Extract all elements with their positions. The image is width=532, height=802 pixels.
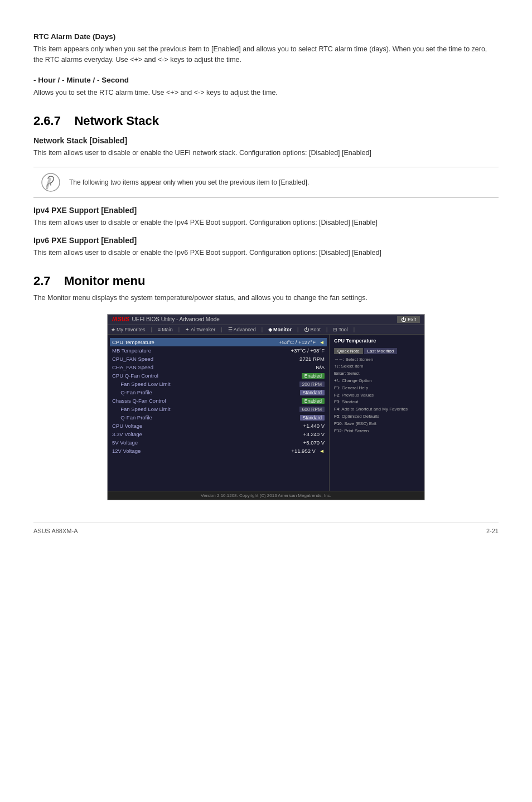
chassis-qfan-value: Enabled bbox=[179, 398, 325, 404]
hour-minute-second-heading: - Hour / - Minute / - Second bbox=[33, 76, 499, 84]
nav-sep-7: | bbox=[354, 327, 355, 332]
nav-ai-tweaker[interactable]: ✦ Ai Tweaker bbox=[185, 327, 215, 332]
enabled-badge: Enabled bbox=[302, 373, 325, 379]
last-modified-button[interactable]: Last Modified bbox=[364, 348, 398, 354]
nav-monitor[interactable]: ◈ Monitor bbox=[268, 327, 292, 332]
nav-sep-2: | bbox=[178, 327, 180, 332]
ipv4-heading: Ipv4 PXE Support [Enabled] bbox=[33, 206, 499, 215]
monitor-chapter-heading: 2.7 Monitor menu bbox=[33, 274, 499, 288]
nav-sep-4: | bbox=[262, 327, 263, 332]
nav-main[interactable]: ≡ Main bbox=[158, 327, 173, 332]
standard-badge-1: Standard bbox=[300, 390, 325, 395]
bios-row-chassis-qfan[interactable]: Chassis Q-Fan Control Enabled bbox=[110, 397, 327, 405]
cpu-fan-value: 2721 RPM bbox=[179, 356, 325, 362]
network-stack-chapter: 2.6.7 Network Stack bbox=[33, 114, 499, 128]
network-stack-section: Network Stack [Disabled] This item allow… bbox=[33, 136, 499, 158]
bios-row-cha-fan[interactable]: CHA_FAN Speed N/A bbox=[110, 363, 327, 371]
nav-advanced[interactable]: ☰ Advanced bbox=[228, 327, 256, 332]
qfan-profile-1-label: Q-Fan Profile bbox=[112, 389, 179, 395]
network-stack-chapter-heading: 2.6.7 Network Stack bbox=[33, 114, 499, 128]
bios-row-cpu-qfan[interactable]: CPU Q-Fan Control Enabled bbox=[110, 371, 327, 380]
bios-hotkeys: →←: Select Screen ↑↓: Select Item Enter:… bbox=[334, 356, 420, 435]
tool-icon: ⊟ bbox=[333, 327, 337, 332]
rpm-badge-2: 600 RPM bbox=[299, 407, 325, 412]
nav-favorites[interactable]: ★ My Favorites bbox=[111, 327, 146, 332]
ipv6-text: This item allows user to disable or enab… bbox=[33, 248, 499, 258]
hotkey-f12: F12: Print Screen bbox=[334, 428, 420, 435]
nav-boot[interactable]: ⏻ Boot bbox=[304, 327, 321, 332]
monitor-icon: ◈ bbox=[268, 327, 272, 332]
bios-row-cpu-temp[interactable]: CPU Temperature +53°C / +127°F ◄ bbox=[110, 338, 327, 346]
cpu-voltage-value: +1.440 V bbox=[179, 423, 325, 429]
cha-fan-value: N/A bbox=[179, 364, 325, 370]
bios-row-fan-low-limit-2[interactable]: Fan Speed Low Limit 600 RPM bbox=[110, 405, 327, 413]
nav-sep-5: | bbox=[297, 327, 298, 332]
fan-low-limit-1-label: Fan Speed Low Limit bbox=[112, 381, 179, 387]
fan-low-limit-1-value: 200 RPM bbox=[179, 381, 325, 387]
qfan-profile-2-value: Standard bbox=[179, 414, 325, 421]
bios-row-5v[interactable]: 5V Voltage +5.070 V bbox=[110, 438, 327, 447]
network-stack-text: This item allows user to disable or enab… bbox=[33, 148, 499, 158]
12v-value: +11.952 V ◄ bbox=[179, 448, 325, 454]
bios-header: /ASUS UEFI BIOS Utility - Advanced Mode … bbox=[108, 315, 424, 325]
enabled-badge-2: Enabled bbox=[302, 398, 325, 404]
arrow-icon-2: ◄ bbox=[320, 448, 325, 454]
note-text: The following two items appear only when… bbox=[69, 177, 309, 187]
12v-label: 12V Voltage bbox=[112, 448, 179, 454]
network-stack-heading: Network Stack [Disabled] bbox=[33, 136, 499, 145]
qfan-profile-2-label: Q-Fan Profile bbox=[112, 414, 179, 421]
bios-screenshot: /ASUS UEFI BIOS Utility - Advanced Mode … bbox=[107, 314, 425, 500]
bios-exit-button[interactable]: ⏻ Exit bbox=[397, 316, 420, 323]
hotkey-plusminus: +/-: Change Option bbox=[334, 378, 420, 385]
list-icon: ≡ bbox=[158, 327, 161, 332]
cpu-qfan-label: CPU Q-Fan Control bbox=[112, 373, 179, 379]
ipv4-section: Ipv4 PXE Support [Enabled] This item all… bbox=[33, 206, 499, 228]
fan-low-limit-2-label: Fan Speed Low Limit bbox=[112, 406, 179, 412]
nav-sep-6: | bbox=[326, 327, 327, 332]
bios-nav: ★ My Favorites | ≡ Main | ✦ Ai Tweaker |… bbox=[108, 325, 424, 335]
hotkey-f5: F5: Optimized Defaults bbox=[334, 413, 420, 421]
cpu-temp-label: CPU Temperature bbox=[112, 339, 179, 345]
star-icon: ★ bbox=[111, 327, 115, 332]
quick-note-bar: Quick Note Last Modified bbox=[334, 348, 420, 354]
bios-left-panel: CPU Temperature +53°C / +127°F ◄ MB Temp… bbox=[108, 335, 330, 491]
quick-note-button[interactable]: Quick Note bbox=[334, 348, 363, 354]
bios-row-33v[interactable]: 3.3V Voltage +3.240 V bbox=[110, 430, 327, 438]
mb-temp-label: MB Temperature bbox=[112, 347, 179, 354]
note-box: The following two items appear only when… bbox=[33, 167, 499, 198]
bios-right-lower: Quick Note Last Modified →←: Select Scre… bbox=[334, 348, 420, 435]
arrow-icon: ◄ bbox=[320, 339, 325, 345]
monitor-intro-text: The Monitor menu displays the system tem… bbox=[33, 293, 499, 303]
hotkey-arrows: →←: Select Screen bbox=[334, 356, 420, 364]
nav-sep-1: | bbox=[151, 327, 152, 332]
chassis-qfan-label: Chassis Q-Fan Control bbox=[112, 398, 179, 404]
hotkey-f4: F4: Add to Shortcut and My Favorites bbox=[334, 406, 420, 413]
footer-left: ASUS A88XM-A bbox=[33, 528, 78, 534]
bios-row-fan-low-limit-1[interactable]: Fan Speed Low Limit 200 RPM bbox=[110, 380, 327, 388]
power-icon: ⏻ bbox=[401, 317, 406, 322]
bios-row-cpu-voltage[interactable]: CPU Voltage +1.440 V bbox=[110, 422, 327, 430]
bios-row-cpu-fan[interactable]: CPU_FAN Speed 2721 RPM bbox=[110, 355, 327, 363]
cpu-fan-label: CPU_FAN Speed bbox=[112, 356, 179, 362]
fan-low-limit-2-value: 600 RPM bbox=[179, 406, 325, 412]
hour-minute-second-section: - Hour / - Minute / - Second Allows you … bbox=[33, 76, 499, 98]
hotkey-f10: F10: Save (ESC) Exit bbox=[334, 421, 420, 428]
bios-row-qfan-profile-1[interactable]: Q-Fan Profile Standard bbox=[110, 388, 327, 397]
bios-row-mb-temp[interactable]: MB Temperature +37°C / +98°F bbox=[110, 346, 327, 355]
cpu-temp-value: +53°C / +127°F ◄ bbox=[179, 339, 325, 345]
hotkey-f1: F1: General Help bbox=[334, 385, 420, 392]
5v-label: 5V Voltage bbox=[112, 439, 179, 446]
cpu-voltage-label: CPU Voltage bbox=[112, 423, 179, 429]
rpm-badge-1: 200 RPM bbox=[299, 381, 325, 387]
cpu-qfan-value: Enabled bbox=[179, 373, 325, 379]
bios-row-qfan-profile-2[interactable]: Q-Fan Profile Standard bbox=[110, 413, 327, 422]
boot-icon: ⏻ bbox=[304, 327, 309, 332]
mb-temp-value: +37°C / +98°F bbox=[179, 347, 325, 354]
5v-value: +5.070 V bbox=[179, 439, 325, 446]
bios-row-12v[interactable]: 12V Voltage +11.952 V ◄ bbox=[110, 447, 327, 455]
qfan-profile-1-value: Standard bbox=[179, 389, 325, 395]
rtc-alarm-date-text: This item appears only when you set the … bbox=[33, 44, 499, 66]
nav-tool[interactable]: ⊟ Tool bbox=[333, 327, 348, 332]
note-icon bbox=[40, 172, 61, 193]
cha-fan-label: CHA_FAN Speed bbox=[112, 364, 179, 370]
